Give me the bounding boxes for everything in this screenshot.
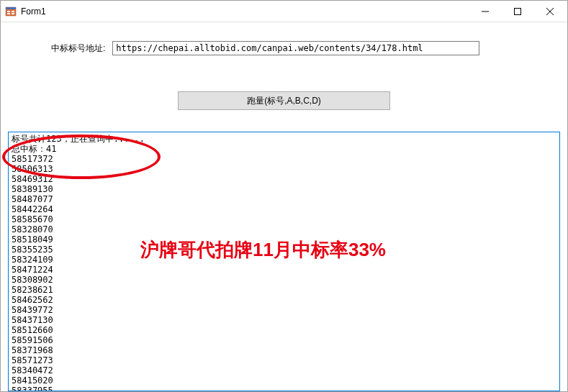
svg-rect-4 — [12, 11, 14, 12]
svg-rect-7 — [514, 8, 520, 14]
svg-rect-1 — [6, 7, 16, 9]
run-button[interactable]: 跑量(标号,A,B,C,D) — [178, 91, 390, 110]
minimize-button[interactable] — [469, 1, 501, 22]
url-label: 中标标号地址: — [51, 42, 105, 55]
titlebar[interactable]: Form1 — [1, 1, 567, 22]
output-textbox[interactable]: 标号共计123，正在查询中...... 总中标：41 58517372 5850… — [8, 132, 560, 391]
url-input[interactable] — [112, 41, 479, 55]
maximize-button[interactable] — [501, 1, 533, 22]
status-line-1: 标号共计123，正在查询中...... — [12, 134, 145, 144]
app-window: Form1 中标标号地址: 跑量(标号,A,B,C,D) 标号共计123，正在查… — [0, 0, 568, 392]
window-title: Form1 — [21, 6, 469, 17]
output-wrap: 标号共计123，正在查询中...... 总中标：41 58517372 5850… — [8, 132, 560, 391]
svg-rect-5 — [12, 13, 14, 14]
output-numbers: 58517372 58506313 58469312 58389130 5848… — [12, 154, 53, 391]
form-area: 中标标号地址: 跑量(标号,A,B,C,D) — [1, 22, 567, 117]
close-button[interactable] — [533, 1, 566, 22]
button-row: 跑量(标号,A,B,C,D) — [15, 91, 553, 110]
url-row: 中标标号地址: — [51, 41, 553, 55]
svg-rect-3 — [7, 13, 10, 14]
app-icon — [5, 6, 17, 17]
status-line-2: 总中标：41 — [12, 144, 56, 154]
window-controls — [469, 1, 566, 22]
svg-rect-2 — [7, 11, 10, 12]
